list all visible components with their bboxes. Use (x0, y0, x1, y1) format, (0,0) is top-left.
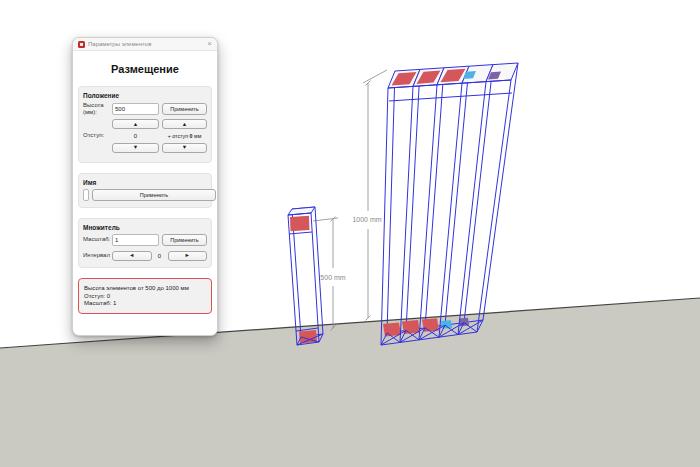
offset-up-button[interactable]: ▲ (162, 119, 207, 129)
interval-label: Интервал (83, 252, 109, 259)
single-element-box[interactable] (288, 207, 323, 345)
summary-line-offset: Отступ: 0 (84, 293, 206, 299)
offset-down-button[interactable]: ▼ (162, 143, 207, 153)
interval-right-button[interactable]: ► (168, 251, 208, 261)
interval-value: 0 (155, 253, 165, 259)
offset-step-hint: + отступ 0 мм (162, 133, 207, 139)
name-input[interactable] (83, 189, 89, 201)
offset-label: Отступ: (83, 132, 109, 139)
element-group-boxes[interactable] (381, 63, 518, 345)
name-apply-button[interactable]: Применить (92, 189, 216, 201)
box4-bottom-cap-cyan (441, 320, 452, 329)
dimension-label-500mm: 500 mm (320, 274, 345, 281)
height-label: Высота (мм): (83, 102, 109, 116)
dimension-labels: 1000 mm 500 mm (320, 216, 381, 281)
height-down-button[interactable]: ▼ (112, 143, 159, 153)
page-title: Размещение (73, 63, 217, 75)
element-parameters-dialog: Параметры элементов × Размещение Положен… (72, 37, 218, 336)
height-input[interactable] (112, 103, 159, 115)
single-box-top-cap-red (290, 216, 310, 232)
dialog-title: Параметры элементов (88, 41, 151, 47)
summary-info-box: Высота элементов от 500 до 1000 мм Отсту… (78, 278, 212, 314)
section-multiplier-header: Множитель (83, 224, 207, 231)
close-icon[interactable]: × (207, 40, 212, 48)
dialog-titlebar[interactable]: Параметры элементов × (73, 38, 217, 51)
scale-input[interactable] (112, 234, 159, 246)
section-name-header: Имя (83, 179, 207, 186)
interval-left-button[interactable]: ◄ (112, 251, 152, 261)
dimension-lines (313, 70, 387, 331)
section-multiplier: Множитель Масштаб: Применить Интервал ◄ … (78, 218, 212, 268)
height-up-button[interactable]: ▲ (112, 119, 159, 129)
scale-apply-button[interactable]: Применить (162, 234, 207, 246)
offset-value: 0 (112, 133, 159, 139)
summary-line-scale: Масштаб: 1 (84, 300, 206, 306)
scale-label: Масштаб: (83, 236, 109, 243)
group-back-edges (387, 63, 518, 333)
app-icon (78, 41, 85, 48)
height-apply-button[interactable]: Применить (162, 103, 207, 115)
section-position-header: Положение (83, 92, 207, 99)
section-name: Имя Применить (78, 173, 212, 208)
section-position: Положение Высота (мм): Применить ▲ ▲ Отс… (78, 86, 212, 163)
dimension-label-1000mm: 1000 mm (352, 216, 381, 223)
summary-line-height: Высота элементов от 500 до 1000 мм (84, 285, 206, 291)
